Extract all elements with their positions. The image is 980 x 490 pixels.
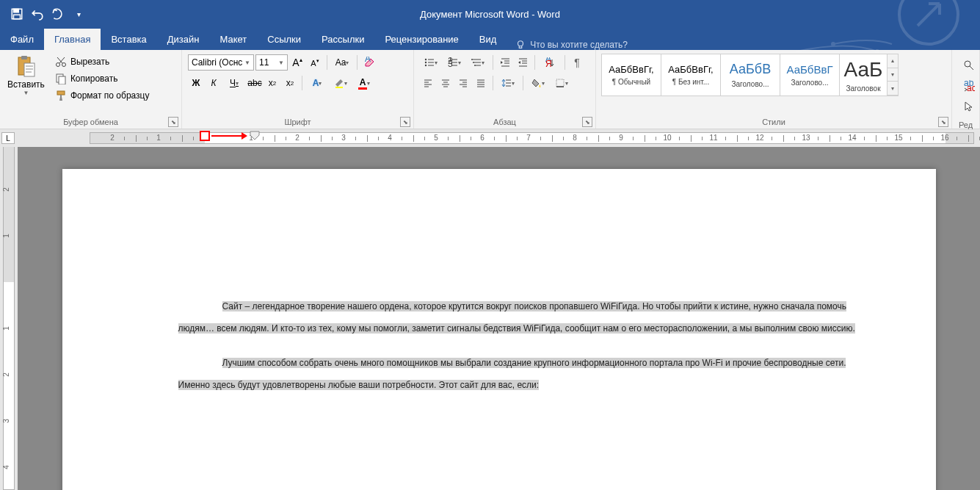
- undo-icon[interactable]: [31, 7, 44, 21]
- decrease-indent-button[interactable]: [497, 54, 513, 71]
- group-paragraph: ▾ 123▾ ▾ АЯ ¶ ▾ ▾ ▾: [414, 50, 596, 129]
- select-button[interactable]: [961, 98, 977, 115]
- format-painter-label: Формат по образцу: [70, 90, 150, 101]
- bold-button[interactable]: Ж: [188, 75, 204, 91]
- multilevel-button[interactable]: ▾: [467, 54, 489, 71]
- svg-rect-14: [57, 91, 65, 95]
- annotation-marker: [200, 131, 210, 141]
- tab-review[interactable]: Рецензирование: [374, 29, 468, 50]
- style-nospacing[interactable]: АаБбВвГг,¶ Без инт...: [661, 54, 721, 96]
- redo-icon[interactable]: [51, 7, 65, 21]
- indent-icon: [518, 57, 528, 68]
- svg-rect-28: [556, 79, 564, 87]
- sort-button[interactable]: АЯ: [539, 54, 561, 71]
- tab-design[interactable]: Дизайн: [157, 29, 210, 50]
- numbering-icon: 123: [448, 57, 458, 68]
- style-heading1[interactable]: АаБбВЗаголово...: [720, 54, 780, 96]
- annotation-arrow: [211, 135, 245, 137]
- tab-view[interactable]: Вид: [469, 29, 507, 50]
- font-name-value: Calibri (Оснс: [192, 57, 242, 68]
- subscript-button[interactable]: x2: [264, 75, 280, 91]
- text-effects-button[interactable]: A▾: [306, 75, 328, 91]
- tab-layout[interactable]: Макет: [209, 29, 257, 50]
- paste-button[interactable]: Вставить ▼: [3, 51, 49, 99]
- paragraph-2[interactable]: Лучшим способом собрать очень много помо…: [178, 350, 863, 395]
- numbering-button[interactable]: 123▾: [443, 54, 465, 71]
- tab-selector[interactable]: L: [1, 132, 15, 144]
- horizontal-ruler[interactable]: 2112345678910111213141516: [90, 132, 974, 144]
- font-color-button[interactable]: A▾: [353, 75, 375, 91]
- replace-icon: abac: [963, 80, 975, 92]
- page: Сайт – легендарное творение нашего орден…: [62, 169, 936, 490]
- tab-home[interactable]: Главная: [44, 29, 101, 50]
- tab-mailings[interactable]: Рассылки: [311, 29, 374, 50]
- paste-label: Вставить: [7, 79, 45, 90]
- svg-point-10: [56, 63, 59, 67]
- font-name-combo[interactable]: Calibri (Оснс▼: [188, 54, 254, 71]
- tell-me-placeholder: Что вы хотите сделать?: [530, 40, 628, 50]
- paragraph-launcher[interactable]: ⬊: [582, 117, 592, 127]
- tab-references[interactable]: Ссылки: [257, 29, 311, 50]
- align-left-icon: [423, 78, 433, 88]
- paste-icon: [14, 54, 37, 78]
- copy-button[interactable]: Копировать: [52, 71, 153, 86]
- save-icon[interactable]: [10, 7, 23, 21]
- group-label-clipboard: Буфер обмена: [3, 118, 178, 129]
- style-normal[interactable]: АаБбВвГг,¶ Обычный: [601, 54, 661, 96]
- justify-icon: [476, 78, 486, 88]
- tab-file[interactable]: Файл: [0, 29, 44, 50]
- cut-button[interactable]: Вырезать: [52, 54, 153, 69]
- svg-point-24: [473, 62, 474, 63]
- format-painter-button[interactable]: Формат по образцу: [52, 88, 153, 103]
- group-editing: abac Ред: [952, 50, 980, 129]
- style-preview: АаБбВвГг,: [609, 64, 653, 75]
- scissors-icon: [55, 56, 67, 68]
- change-case-button[interactable]: Aa▾: [331, 54, 353, 71]
- tell-me-search[interactable]: Что вы хотите сделать?: [507, 40, 636, 50]
- clear-formatting-button[interactable]: A: [361, 54, 377, 71]
- page-viewport[interactable]: Сайт – легендарное творение нашего орден…: [18, 147, 980, 490]
- increase-indent-button[interactable]: [515, 54, 531, 71]
- svg-point-29: [965, 61, 970, 67]
- align-left-button[interactable]: [420, 75, 436, 91]
- font-size-combo[interactable]: 11▼: [255, 54, 288, 71]
- shrink-font-button[interactable]: A▾: [307, 54, 323, 71]
- grow-font-button[interactable]: A▴: [289, 54, 305, 71]
- align-center-button[interactable]: [438, 75, 454, 91]
- italic-button[interactable]: К: [206, 75, 222, 91]
- first-line-indent-marker[interactable]: [250, 131, 260, 144]
- svg-text:Я: Я: [545, 59, 552, 68]
- highlight-button[interactable]: ▾: [330, 75, 352, 91]
- svg-text:A: A: [365, 57, 371, 64]
- group-styles: АаБбВвГг,¶ Обычный АаБбВвГг,¶ Без инт...…: [596, 50, 952, 129]
- style-heading2[interactable]: АаБбВвГЗаголово...: [780, 54, 840, 96]
- font-launcher[interactable]: ⬊: [400, 117, 410, 127]
- styles-more-button[interactable]: ▴▾▾: [887, 54, 899, 96]
- svg-point-6: [518, 41, 523, 46]
- bullets-button[interactable]: ▾: [420, 54, 442, 71]
- replace-button[interactable]: abac: [961, 78, 977, 94]
- styles-launcher[interactable]: ⬊: [938, 117, 948, 127]
- superscript-button[interactable]: x2: [282, 75, 298, 91]
- document-area: 211234 Сайт – легендарное творение нашег…: [0, 147, 980, 490]
- styles-gallery: АаБбВвГг,¶ Обычный АаБбВвГг,¶ Без инт...…: [599, 51, 901, 98]
- underline-button[interactable]: Ч ▾: [223, 75, 245, 91]
- vertical-ruler[interactable]: 211234: [0, 147, 18, 490]
- strikethrough-button[interactable]: abc: [247, 75, 263, 91]
- clipboard-launcher[interactable]: ⬊: [168, 117, 178, 127]
- paragraph-1[interactable]: Сайт – легендарное творение нашего орден…: [178, 294, 863, 339]
- style-title[interactable]: АаБЗаголовок: [839, 54, 888, 96]
- borders-button[interactable]: ▾: [551, 75, 573, 91]
- align-right-button[interactable]: [455, 75, 471, 91]
- qat-customize-icon[interactable]: ▾: [72, 7, 85, 21]
- justify-button[interactable]: [473, 75, 489, 91]
- eraser-icon: A: [363, 57, 375, 68]
- show-marks-button[interactable]: ¶: [569, 54, 585, 71]
- shading-button[interactable]: ▾: [527, 75, 549, 91]
- tab-insert[interactable]: Вставка: [101, 29, 156, 50]
- find-button[interactable]: [961, 57, 977, 73]
- svg-point-19: [425, 65, 427, 66]
- line-spacing-button[interactable]: ▾: [497, 75, 519, 91]
- style-name: ¶ Без инт...: [672, 78, 709, 86]
- style-name: Заголово...: [732, 80, 769, 88]
